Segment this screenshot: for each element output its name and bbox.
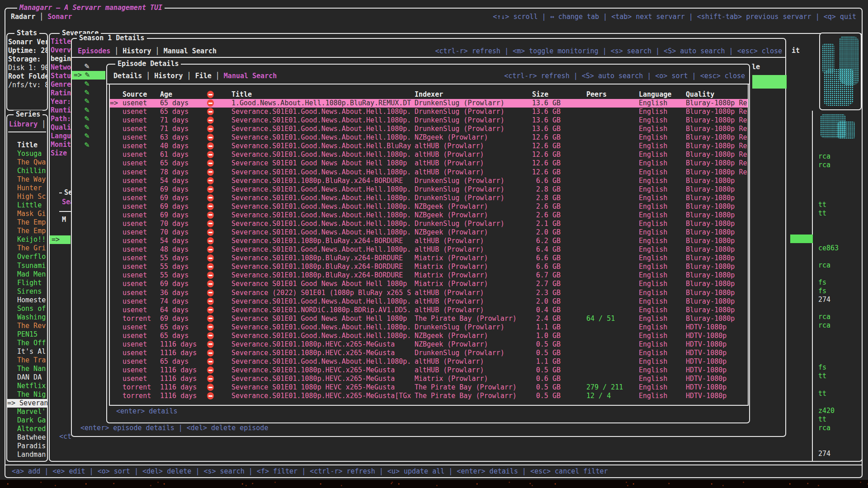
release-row[interactable]: usenet55 daysSeverance.S01E01.1080p.BluR… (110, 263, 748, 271)
tab-sonarr[interactable]: Sonarr (47, 13, 72, 21)
monitored-pencil-icon[interactable]: ✎ (84, 106, 90, 115)
release-row[interactable]: usenet69 daysSeverance.S01E01.Good.News.… (110, 194, 748, 202)
release-row[interactable]: usenet1116 daysSeverance.S01E01.1080p.HE… (110, 366, 748, 375)
series-row[interactable]: Overflo (17, 253, 47, 261)
severance-field-label: Ratin (51, 89, 71, 98)
monitored-pencil-icon[interactable]: ✎ (84, 132, 90, 141)
series-row[interactable]: High Sc (17, 192, 47, 201)
series-row[interactable]: Chillin (17, 167, 47, 175)
release-row[interactable]: usenet65 daysSeverance.S01E01.Good.News.… (110, 108, 748, 116)
series-row[interactable]: The Tra (17, 356, 47, 365)
monitored-pencil-icon[interactable]: ✎ (84, 62, 90, 71)
series-row[interactable]: Dark Ga (17, 416, 47, 425)
release-row[interactable]: usenet54 daysSeverance.S01E01.1080p.BluR… (110, 177, 748, 185)
release-row[interactable]: usenet71 daysSeverance.S01E01.Good.News.… (110, 125, 748, 133)
monitored-pencil-icon[interactable]: ✎ (84, 97, 90, 106)
season-tab-history[interactable]: History (123, 47, 151, 55)
tab-radarr[interactable]: Radarr (11, 13, 35, 21)
series-row[interactable]: Paradis (17, 442, 47, 450)
release-size: 0.5 GB (528, 392, 561, 400)
series-row[interactable]: The Off (17, 339, 47, 347)
series-row[interactable]: Sons of (17, 305, 47, 313)
release-row[interactable]: usenet69 daysSeverance.S01E01.Good.News.… (110, 185, 748, 194)
monitored-pencil-icon[interactable]: ✎ (84, 80, 90, 89)
release-row[interactable]: torrent1116 daysSeverance S01E01 1080p H… (110, 383, 748, 392)
series-row[interactable]: The Emp (17, 227, 47, 235)
series-row-selected[interactable]: => Severan (7, 399, 47, 408)
series-row[interactable]: The Rev (17, 322, 47, 330)
series-row[interactable]: Batwhee (17, 433, 47, 442)
monitored-pencil-icon[interactable]: ✎ (84, 115, 90, 123)
series-row[interactable]: It's Al (17, 347, 47, 356)
release-row[interactable]: usenet1116 daysSeverance.S01E01.1080p.HE… (110, 375, 748, 383)
release-row[interactable]: usenet36 daysSeverance (2022) S01E01 (10… (110, 289, 748, 297)
selected-episode-row[interactable]: =>✎ (72, 71, 105, 80)
series-row[interactable]: DAN DA (17, 373, 47, 382)
series-row[interactable]: PEN15 (17, 330, 47, 339)
release-row[interactable]: usenet1116 daysSeverance.S01E01.1080p.HE… (110, 340, 748, 349)
episode-tab-details[interactable]: Details (113, 72, 142, 80)
release-row[interactable]: usenet69 daysSeverance.S01E01.Good.News.… (110, 211, 748, 220)
release-row[interactable]: usenet70 daysSeverance.S01E01.Good.News.… (110, 220, 748, 228)
series-row[interactable]: Altered (17, 425, 47, 433)
series-row[interactable]: Washing (17, 313, 47, 322)
release-row[interactable]: usenet74 daysSeverance.S01E01.Good.News.… (110, 297, 748, 306)
series-row[interactable]: Homeste (17, 296, 47, 305)
release-row[interactable]: usenet65 daysSeverance.S01E01.Good.News.… (110, 323, 748, 332)
series-row[interactable]: Landman (17, 450, 47, 459)
season-tab-manual-search[interactable]: Manual Search (164, 47, 217, 55)
episode-details-title: Episode Details (115, 60, 181, 68)
release-size: 13.6 GB (528, 116, 561, 125)
release-title: Severance.S01E01.Good.News.About.Hell.10… (231, 245, 411, 254)
release-row[interactable]: usenet40 daysSeverance.S01E01.Good.News.… (110, 142, 748, 150)
release-row[interactable]: torrent69 daysSeverance S01E01 Good News… (110, 314, 748, 323)
series-row[interactable]: Little (17, 201, 47, 210)
series-row[interactable]: Tsunami (17, 262, 47, 270)
episode-tab-manual-search[interactable]: Manual Search (224, 72, 277, 80)
series-row[interactable]: Mask Gi (17, 210, 47, 218)
release-age: 54 days (160, 237, 189, 245)
series-row[interactable]: Flight (17, 279, 47, 287)
release-row[interactable]: usenet78 daysSeverance.S01E01.Good.News.… (110, 168, 748, 177)
monitored-pencil-icon[interactable]: ✎ (84, 141, 90, 150)
release-row[interactable]: torrent1116 daysSeverance.S01E01.1080p.H… (110, 392, 748, 400)
episode-tab-file[interactable]: File (195, 72, 212, 80)
series-row[interactable]: Sirens (17, 287, 47, 296)
release-row[interactable]: usenet69 daysSeverance.S01E01.Good.News.… (110, 202, 748, 211)
series-row[interactable]: Netflix (17, 382, 47, 390)
release-row[interactable]: =>usenet65 days1.Good.News.About.Hell.10… (110, 99, 748, 108)
episode-tab-history[interactable]: History (154, 72, 183, 80)
selected-season-row[interactable]: => (50, 235, 71, 244)
release-row[interactable]: usenet65 daysSeverance S01E01 Good News … (110, 159, 748, 168)
series-row[interactable]: Keijo!! (17, 235, 47, 244)
release-title: Severance.S01E01.Good.News.About.Hell.10… (231, 211, 411, 220)
season-tab-episodes[interactable]: Episodes (78, 47, 110, 55)
series-row[interactable]: The Qwa (17, 158, 47, 167)
series-row[interactable]: Mad Men (17, 270, 47, 279)
series-row[interactable]: The Nig (17, 390, 47, 399)
release-row[interactable]: usenet61 daysSeverance.S01E01.Good.News.… (110, 150, 748, 159)
release-row[interactable]: usenet65 daysSeverance.S01E01.Good.News.… (110, 332, 748, 340)
release-row[interactable]: usenet54 daysSeverance.S01E01.1080p.BluR… (110, 237, 748, 245)
release-row[interactable]: usenet69 daysSeverance S01E01 Good News … (110, 280, 748, 288)
release-row[interactable]: usenet64 daysSeverance.S01E01.NORDiC.108… (110, 306, 748, 314)
series-row[interactable]: Hunter (17, 184, 47, 192)
monitored-pencil-icon[interactable]: ✎ (84, 89, 90, 97)
series-row[interactable]: Yosuga (17, 150, 47, 158)
release-row[interactable]: usenet48 daysSeverance.S01E01.Good.News.… (110, 245, 748, 254)
release-row[interactable]: usenet1116 daysSeverance.S01E01.1080p.HE… (110, 349, 748, 357)
release-row[interactable]: usenet63 daysSeverance.S01E01.Good.News.… (110, 133, 748, 142)
series-row[interactable]: Marvel' (17, 408, 47, 416)
release-row[interactable]: usenet70 daysSeverance.S01E01.Good.News.… (110, 228, 748, 237)
series-row[interactable]: The Gri (17, 244, 47, 253)
series-tab-library[interactable]: Library │ (9, 120, 46, 129)
release-row[interactable]: usenet55 daysSeverance.S01E01.1080p.BluR… (110, 254, 748, 263)
series-row[interactable]: The Emp (17, 218, 47, 227)
monitored-pencil-icon[interactable]: ✎ (85, 71, 90, 80)
release-row[interactable]: usenet71 daysSeverance.S01E01.Good.News.… (110, 116, 748, 125)
series-row[interactable]: The Way (17, 175, 47, 184)
monitored-pencil-icon[interactable]: ✎ (84, 123, 90, 132)
series-row[interactable]: The Nan (17, 365, 47, 373)
release-row[interactable]: usenet65 daysSeverance.S01E01.Good.News.… (110, 357, 748, 366)
release-row[interactable]: usenet55 daysSeverance.S01E01.1080p.BluR… (110, 271, 748, 280)
